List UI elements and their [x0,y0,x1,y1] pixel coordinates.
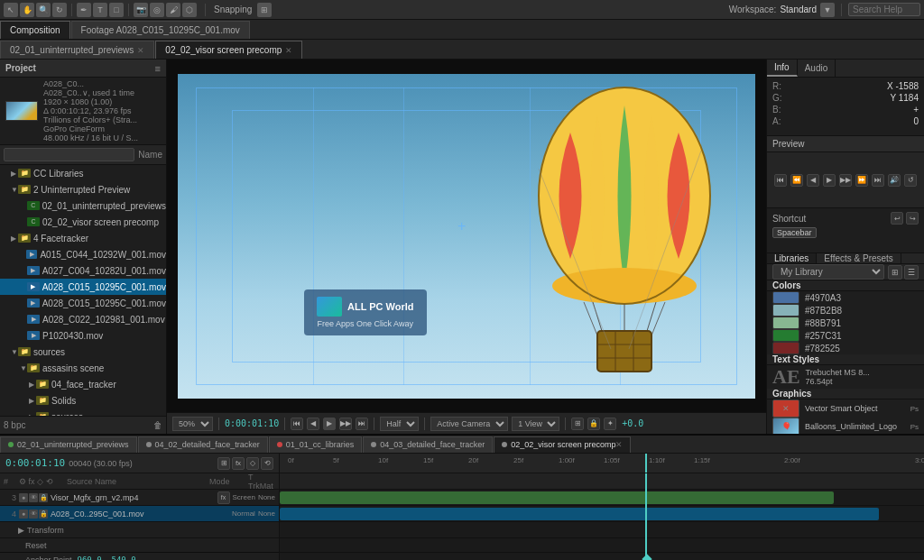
tree-item-a028b[interactable]: ▶ A028_C015_10295C_001.mov [0,295,166,311]
zoom-select[interactable]: 50% [172,417,213,431]
tl-l3-icon-lock[interactable]: 🔒 [39,493,48,502]
preview-btn-next[interactable]: ▶▶ [839,174,852,187]
tree-item-4-facetracker[interactable]: ▶ 📁 4 Facetracker [0,230,166,246]
tab-footage[interactable]: Footage A028_C015_10295C_001.mov [71,21,250,39]
tree-item-cc-libraries[interactable]: ▶ 📁 CC Libraries [0,165,166,181]
tree-item-p1020430[interactable]: ▶ P1020430.mov [0,327,166,344]
preview-btn-audio[interactable]: 🔊 [888,174,901,187]
tab-comp-1[interactable]: 02_01_uninterrupted_previews ✕ [0,41,154,59]
libs-tab-effects[interactable]: Effects & Presets [817,253,901,263]
tab-composition[interactable]: Composition [0,21,70,39]
color-item-3[interactable]: #88B791 [767,317,924,329]
tab-info[interactable]: Info [767,60,798,77]
null-tool-icon[interactable]: ◎ [150,3,164,17]
preview-btn-start[interactable]: ⏮ [774,174,787,187]
workspace-menu-icon[interactable]: ▼ [820,3,835,17]
tl-icon-2[interactable]: fx [232,457,245,470]
shortcut-undo-icon[interactable]: ↩ [891,212,903,225]
tab-comp-2-close[interactable]: ✕ [285,46,292,55]
tree-item-solids-1[interactable]: ▶ 📁 Solids [0,392,166,409]
graphics-item-1[interactable]: ✕ Vector Smart Object Ps [767,399,924,418]
color-item-5[interactable]: #782525 [767,342,924,354]
tl-l3-icon-solo[interactable]: ● [19,493,28,502]
preview-btn-end[interactable]: ⏭ [872,174,884,187]
preview-btn-fwd[interactable]: ⏩ [855,174,868,187]
workspace-value[interactable]: Standard [780,5,817,14]
shortcut-redo-icon[interactable]: ↪ [906,212,919,225]
hand-tool-icon[interactable]: ✋ [20,3,34,17]
ctrl-skip-end[interactable]: ⏭ [356,418,368,430]
views-count-select[interactable]: 1 View [512,417,559,431]
tl-tab-5[interactable]: 02_02_visor screen precomp ✕ [494,436,631,453]
libs-grid-view-btn[interactable]: ⊞ [888,265,902,280]
tree-item-comp-01[interactable]: C 02_01_uninterrupted_previews [0,197,166,214]
libs-list-view-btn[interactable]: ☰ [904,265,919,280]
tree-item-2-uninterrupted[interactable]: ▼ 📁 2 Uninterrupted Preview [0,181,166,197]
tree-item-a028-2[interactable]: ▶ A028_C022_102981_001.mov [0,311,166,327]
quality-select[interactable]: Half [380,417,419,431]
color-item-2[interactable]: #87B2B8 [767,304,924,317]
tree-item-assasins[interactable]: ▼ 📁 assasins scene [0,360,166,376]
shape-tool-icon[interactable]: □ [109,3,124,17]
tab-comp-1-close[interactable]: ✕ [137,46,144,55]
pen-tool-icon[interactable]: ✒ [77,3,91,17]
tl-layer-3[interactable]: 3 ● 👁 🔒 Visor_Mgfx_grn_v2.mp4 fx Screen … [0,490,279,506]
brush-tool-icon[interactable]: 🖌 [166,3,180,17]
shortcut-key[interactable]: Spacebar [772,227,817,238]
tl-l4-icon-solo[interactable]: ● [19,510,28,519]
tl-tab-3[interactable]: 01_01_cc_libraries [269,436,363,453]
libs-library-select[interactable]: My Library [772,264,884,280]
libs-tab-libraries[interactable]: Libraries [767,253,817,263]
ctrl-next-frame[interactable]: ▶▶ [339,418,352,430]
ctrl-prev-frame[interactable]: ◀ [307,418,319,430]
track-bar-4[interactable] [280,508,879,520]
tree-item-04-face[interactable]: ▶ 📁 04_face_tracker [0,376,166,392]
select-tool-icon[interactable]: ↖ [4,3,18,17]
search-help-input[interactable] [848,3,920,16]
tl-icon-3[interactable]: ◇ [246,457,259,470]
ctrl-skip-start[interactable]: ⏮ [291,418,303,430]
tl-transform-row[interactable]: ▶ Transform [0,522,279,538]
tab-comp-2[interactable]: 02_02_visor screen precomp ✕ [155,41,302,59]
text-tool-icon[interactable]: T [93,3,107,17]
tl-l3-fx[interactable]: fx [217,491,230,504]
color-item-4[interactable]: #257C31 [767,329,924,342]
tree-item-sources-2[interactable]: ▶ 📁 sources [0,409,166,416]
track-bar-3[interactable] [280,491,834,504]
tree-item-a027[interactable]: ▶ A027_C004_10282U_001.mov [0,262,166,279]
camera-tool-icon[interactable]: 📷 [134,3,148,17]
text-style-item-1[interactable]: AE Trebuchet MS 8... 76.54pt [767,365,924,389]
tl-tab-5-close[interactable]: ✕ [615,440,623,449]
keyframe-anchor[interactable] [642,554,651,560]
tl-icon-1[interactable]: ⊞ [217,457,230,470]
timeline-playhead[interactable] [645,454,647,473]
tree-item-sources[interactable]: ▼ 📁 sources [0,344,166,360]
ctrl-play[interactable]: ▶ [323,418,336,430]
view-select[interactable]: Active Camera [430,417,508,431]
project-search-input[interactable] [4,148,134,161]
ctrl-icon-2[interactable]: 🔒 [587,418,600,430]
tree-item-a028-selected[interactable]: ▶ A028_C015_10295C_001.mov [0,279,166,295]
tl-icon-4[interactable]: ⟲ [261,457,273,470]
stamp-tool-icon[interactable]: ⬡ [182,3,197,17]
snapping-icon[interactable]: ⊞ [257,3,272,17]
tl-tab-1[interactable]: 02_01_uninterrupted_previews [0,436,137,453]
zoom-tool-icon[interactable]: 🔍 [36,3,51,17]
tl-prop-anchor[interactable]: Anchor Point 960.0, 540.0 [0,553,279,560]
tl-layer-4[interactable]: 4 ● 👁 🔒 A028_C0..295C_001.mov Normal Non… [0,506,279,522]
preview-btn-prev[interactable]: ◀ [807,174,819,187]
graphics-item-2[interactable]: 🎈 Balloons_Unlimited_Logo Ps [767,418,924,434]
tree-item-comp-02[interactable]: C 02_02_visor screen precomp [0,214,166,230]
tl-tab-2[interactable]: 04_02_detailed_face_tracker [138,436,268,453]
ctrl-icon-3[interactable]: ✦ [604,418,616,430]
tl-l4-icon-lock[interactable]: 🔒 [39,510,48,519]
tracks-playhead[interactable] [645,473,647,560]
preview-btn-play[interactable]: ▶ [823,174,836,187]
ctrl-icon-1[interactable]: ⊞ [571,418,584,430]
tl-l4-icon-eye[interactable]: 👁 [29,510,38,519]
project-panel-menu[interactable]: ≡ [155,63,161,74]
tl-prop-reset[interactable]: Reset [0,538,279,553]
color-item-1[interactable]: #4970A3 [767,291,924,304]
preview-btn-back[interactable]: ⏪ [790,174,803,187]
preview-btn-loop[interactable]: ↺ [904,174,917,187]
